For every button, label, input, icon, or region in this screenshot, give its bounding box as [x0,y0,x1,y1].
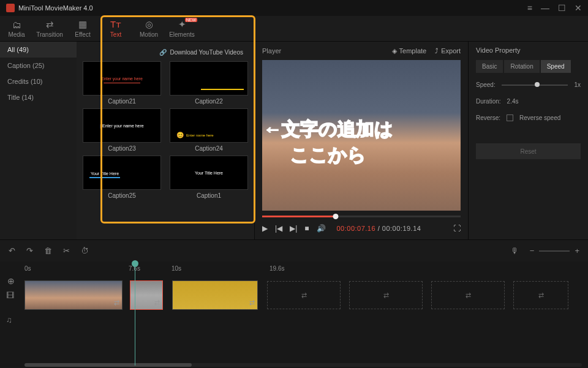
tab-transition[interactable]: ⇄Transition [33,16,66,42]
undo-button[interactable]: ↶ [9,246,15,255]
reverse-checkbox[interactable] [507,115,513,121]
zoom-slider[interactable] [539,250,570,252]
category-credits[interactable]: Credits (10) [0,73,77,89]
prop-tab-basic[interactable]: Basic [476,60,503,73]
zoom-out-button[interactable]: − [530,246,535,255]
category-all[interactable]: All (49) [0,42,77,58]
timeline: ⊕ 0s 7.6s 10s 19.6s 🎞 ⇄ ⇄ ⇄ ⇄ ⇄ ⇄ ⇄ ♫ [0,261,588,368]
category-title[interactable]: Title (14) [0,89,77,105]
duration-label: Duration: [476,98,501,105]
motion-icon: ◎ [145,19,153,30]
download-youtube-link[interactable]: 🔗Download YouTube Videos [83,45,248,59]
stop-button[interactable]: ■ [304,224,309,233]
speed-button[interactable]: ⏱ [81,246,89,255]
ruler-mark: 10s [172,265,181,272]
empty-clip-slot[interactable]: ⇄ [431,281,505,309]
delete-button[interactable]: 🗑 [44,246,52,255]
empty-clip-slot[interactable]: ⇄ [513,281,568,309]
playhead[interactable] [135,261,135,366]
audio-track[interactable]: ♫ [24,312,588,330]
category-list: All (49) Caption (25) Credits (10) Title… [0,42,77,239]
tab-effect[interactable]: ▦Effect [66,16,99,42]
ruler-mark: 0s [24,265,31,272]
zoom-control[interactable]: − + [530,246,579,255]
split-button[interactable]: ✂ [63,246,70,255]
transition-icon: ⇄ [46,19,54,30]
speed-value: 1x [574,81,581,88]
video-clip-1[interactable]: ⇄ [24,280,123,310]
reset-button[interactable]: Reset [476,143,581,159]
prev-frame-button[interactable]: |◀ [275,224,282,233]
tab-motion[interactable]: ◎Motion [132,16,165,42]
app-logo [6,4,15,12]
horizontal-scrollbar[interactable] [24,363,582,367]
tab-media[interactable]: 🗂Media [0,16,33,42]
link-icon: 🔗 [159,49,167,56]
tab-text[interactable]: TᴛText [99,16,132,42]
time-ruler[interactable]: ⊕ 0s 7.6s 10s 19.6s [0,261,588,275]
title-bar: MiniTool MovieMaker 4.0 ≡ — ☐ ✕ [0,0,588,16]
video-preview[interactable] [262,60,461,211]
video-track[interactable]: 🎞 ⇄ ⇄ ⇄ ⇄ ⇄ ⇄ ⇄ [24,279,588,312]
player-panel: Player ◈Template ⤴Export ▶ |◀ ▶| ■ 🔊 00:… [254,42,469,239]
text-template-caption23[interactable]: | Enter your name hereCaption23 [83,108,161,152]
maximize-icon[interactable]: ☐ [558,3,566,13]
ruler-mark: 19.6s [270,265,284,272]
swap-icon[interactable]: ⇄ [154,299,160,307]
video-clip-3[interactable]: ⇄ [172,280,258,310]
video-track-icon: 🎞 [6,291,14,300]
effect-icon: ▦ [78,19,87,30]
prop-tab-speed[interactable]: Speed [541,60,571,73]
empty-clip-slot[interactable]: ⇄ [267,281,341,309]
timecode: 00:00:07.16 / 00:00:19.14 [337,225,421,232]
zoom-in-button[interactable]: + [575,246,579,255]
template-button[interactable]: ◈Template [392,47,427,55]
next-frame-button[interactable]: ▶| [290,224,297,233]
new-badge: NEW [185,18,197,22]
play-button[interactable]: ▶ [262,224,268,233]
redo-button[interactable]: ↷ [26,246,33,255]
export-button[interactable]: ⤴Export [435,47,461,55]
menu-icon[interactable]: ≡ [527,3,532,13]
swap-icon[interactable]: ⇄ [301,291,307,299]
property-panel: Video Property Basic Rotation Speed Spee… [469,42,588,239]
tab-elements[interactable]: ✦ElementsNEW [165,16,198,42]
timeline-toolbar: ↶ ↷ 🗑 ✂ ⏱ 🎙 − + [0,239,588,261]
speed-slider[interactable] [502,84,568,86]
audio-track-icon: ♫ [6,315,12,325]
template-icon: ◈ [392,47,397,55]
progress-bar[interactable] [262,216,461,217]
volume-button[interactable]: 🔊 [317,224,326,233]
app-title: MiniTool MovieMaker 4.0 [18,4,93,12]
export-icon: ⤴ [435,47,439,54]
player-title: Player [262,47,281,54]
text-library-panel: All (49) Caption (25) Credits (10) Title… [0,42,254,239]
fullscreen-button[interactable]: ⛶ [453,224,461,233]
text-template-caption24[interactable]: Caption24 [170,108,248,152]
mic-icon[interactable]: 🎙 [511,246,519,255]
text-template-caption1[interactable]: Your Title HereCaption1 [170,156,248,199]
duration-value: 2.4s [507,98,519,105]
minimize-icon[interactable]: — [541,3,549,13]
close-icon[interactable]: ✕ [575,3,582,13]
swap-icon[interactable]: ⇄ [383,291,389,299]
swap-icon[interactable]: ⇄ [114,299,119,307]
empty-clip-slot[interactable]: ⇄ [349,281,423,309]
reverse-label: Reverse: [476,115,500,121]
swap-icon[interactable]: ⇄ [538,291,544,299]
category-caption[interactable]: Caption (25) [0,58,77,73]
prop-tab-rotation[interactable]: Rotation [504,60,539,73]
top-tabs: 🗂Media ⇄Transition ▦Effect TᴛText ◎Motio… [0,16,588,42]
speed-label: Speed: [476,81,496,88]
text-template-caption25[interactable]: Your Title HereCaption25 [83,156,161,199]
swap-icon[interactable]: ⇄ [249,299,255,307]
text-icon: Tᴛ [110,19,121,30]
folder-icon: 🗂 [12,20,21,30]
reverse-check-label: Reverse speed [519,115,560,121]
text-template-caption22[interactable]: Caption22 [170,61,248,105]
swap-icon[interactable]: ⇄ [466,291,471,299]
property-title: Video Property [476,47,581,54]
text-template-caption21[interactable]: Enter your name hereCaption21 [83,61,161,105]
